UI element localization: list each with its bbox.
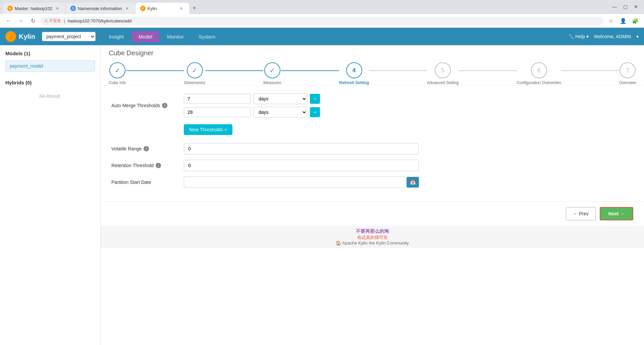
threshold-unit-1[interactable]: days hours weeks months <box>254 93 307 104</box>
step-3-circle: ✓ <box>264 62 280 78</box>
reload-button[interactable]: ↻ <box>28 16 38 25</box>
nav-model[interactable]: Model <box>132 31 159 42</box>
cube-designer-title: Cube Designer <box>109 49 636 57</box>
step-7-label: Overview <box>619 80 636 85</box>
step-4[interactable]: 4 Refresh Setting <box>339 62 369 85</box>
volatile-range-info-icon[interactable]: i <box>144 146 149 151</box>
nav-monitor[interactable]: Monitor <box>160 31 191 42</box>
browser-tab-1[interactable]: K Master: hadoop102 × <box>3 3 65 14</box>
tab3-close[interactable]: × <box>178 5 184 11</box>
url-bar[interactable]: ⚠ 不安全 | hadoop102:7070/kylin/cubes/add <box>40 17 604 25</box>
threshold-unit-2[interactable]: days hours weeks months <box>254 107 307 118</box>
welcome-label: Welcome, ADMIN <box>594 34 631 39</box>
model-item-payment[interactable]: payment_model <box>5 60 95 72</box>
kylin-logo: 🔶 Kylin <box>5 31 35 42</box>
kylin-logo-text: Kylin <box>19 33 35 41</box>
step-5-circle: 5 <box>435 62 451 78</box>
step-4-label: Refresh Setting <box>339 80 369 85</box>
forward-button[interactable]: → <box>16 16 25 25</box>
user-dropdown[interactable]: ▾ <box>636 34 639 39</box>
connector-5-6 <box>459 70 517 71</box>
sidebar: Models (1) payment_model Hybrids (0) No … <box>0 45 101 345</box>
nav-links: Insight Model Monitor System <box>102 31 568 42</box>
step-1-circle: ✓ <box>109 62 125 78</box>
star-button[interactable]: ☆ <box>606 16 616 25</box>
no-result-text: No Result. <box>5 89 95 103</box>
step-5-label: Advanced Setting <box>427 80 459 85</box>
auto-merge-row: Auto Merge Thresholds i days hours weeks… <box>111 93 633 118</box>
help-link[interactable]: 🔧 Help ▾ <box>568 34 589 39</box>
step-3[interactable]: ✓ Measures <box>263 62 281 85</box>
extension-button[interactable]: 🧩 <box>631 16 640 25</box>
new-thresholds-button[interactable]: New Thresholds + <box>184 124 232 135</box>
partition-date-row: Partition Start Date 📅 <box>111 177 633 188</box>
nav-system[interactable]: System <box>192 31 222 42</box>
next-button[interactable]: Next → <box>600 207 633 220</box>
tab2-close[interactable]: × <box>124 5 130 11</box>
browser-tab-2[interactable]: N Namenode information × <box>66 3 135 14</box>
connector-4-5 <box>369 70 427 71</box>
close-window-button[interactable]: ✕ <box>632 3 640 11</box>
connector-3-4 <box>281 70 339 71</box>
tab1-close[interactable]: × <box>54 5 60 11</box>
cube-designer: Cube Designer ✓ Cube Info ✓ Dimensions <box>101 45 644 345</box>
threshold-row-2: days hours weeks months − <box>184 107 320 118</box>
retention-threshold-info-icon[interactable]: i <box>156 163 161 168</box>
form-footer: ← Prev Next → <box>101 201 644 226</box>
partition-date-label: Partition Start Date <box>111 180 178 185</box>
hybrids-title: Hybrids (0) <box>5 80 95 85</box>
back-button[interactable]: ← <box>4 16 13 25</box>
threshold-remove-2[interactable]: − <box>310 107 320 117</box>
project-select[interactable]: payment_project <box>42 32 96 41</box>
new-tab-button[interactable]: + <box>190 3 199 13</box>
watermark-line2: 命运真的很可笑 <box>103 234 641 240</box>
step-3-label: Measures <box>263 80 281 85</box>
step-2[interactable]: ✓ Dimensions <box>184 62 205 85</box>
volatile-range-row: Volatile Range i <box>111 143 633 154</box>
stepper: ✓ Cube Info ✓ Dimensions ✓ <box>109 62 636 85</box>
calendar-button[interactable]: 📅 <box>407 177 419 188</box>
threshold-row-1: days hours weeks months − <box>184 93 320 104</box>
volatile-range-input[interactable] <box>184 143 419 154</box>
cube-designer-header: Cube Designer ✓ Cube Info ✓ Dimensions <box>101 45 644 85</box>
page-footer: 不要再那么的淘 命运真的很可笑 🏠 Apache Kylin the Kylin… <box>101 226 644 248</box>
connector-1-2 <box>126 70 184 71</box>
nav-insight[interactable]: Insight <box>102 31 130 42</box>
connector-6-7 <box>561 70 619 71</box>
step-6-circle: 6 <box>531 62 547 78</box>
tab2-title: Namenode information <box>78 6 122 11</box>
retention-threshold-row: Retention Threshold i <box>111 160 633 171</box>
tab1-title: Master: hadoop102 <box>15 6 52 11</box>
threshold-inputs: days hours weeks months − days <box>184 93 320 118</box>
step-1[interactable]: ✓ Cube Info <box>109 62 126 85</box>
step-7[interactable]: 7 Overview <box>619 62 636 85</box>
tab3-favicon: K <box>140 6 146 11</box>
retention-threshold-input[interactable] <box>184 160 419 171</box>
form-content: Auto Merge Thresholds i days hours weeks… <box>101 85 644 201</box>
auto-merge-info-icon[interactable]: i <box>162 103 167 108</box>
step-4-circle: 4 <box>346 62 362 78</box>
watermark-line1: 不要再那么的淘 <box>103 228 641 234</box>
connector-2-3 <box>205 70 263 71</box>
nav-right: 🔧 Help ▾ Welcome, ADMIN ▾ <box>568 34 639 39</box>
step-6-label: Configuration Overwrites <box>517 80 561 85</box>
step-2-icon: ✓ <box>192 66 198 74</box>
threshold-value-2[interactable] <box>184 107 251 117</box>
maximize-button[interactable]: ▢ <box>621 3 629 11</box>
partition-date-input[interactable] <box>184 177 405 188</box>
auto-merge-section: Auto Merge Thresholds i days hours weeks… <box>111 93 633 135</box>
step-5[interactable]: 5 Advanced Setting <box>427 62 459 85</box>
threshold-remove-1[interactable]: − <box>310 94 320 104</box>
step-2-circle: ✓ <box>187 62 203 78</box>
browser-tab-3[interactable]: K Kylin × <box>136 3 189 14</box>
minimize-button[interactable]: — <box>610 3 619 11</box>
threshold-value-1[interactable] <box>184 94 251 104</box>
step-6[interactable]: 6 Configuration Overwrites <box>517 62 561 85</box>
community-text: 🏠 Apache Kylin the Kylin Community <box>103 240 641 246</box>
volatile-range-label: Volatile Range i <box>111 146 178 151</box>
account-button[interactable]: 👤 <box>619 16 628 25</box>
app-navbar: 🔶 Kylin payment_project Insight Model Mo… <box>0 28 644 45</box>
step-1-icon: ✓ <box>115 66 120 74</box>
prev-button[interactable]: ← Prev <box>566 207 596 220</box>
tab1-favicon: K <box>7 6 13 11</box>
